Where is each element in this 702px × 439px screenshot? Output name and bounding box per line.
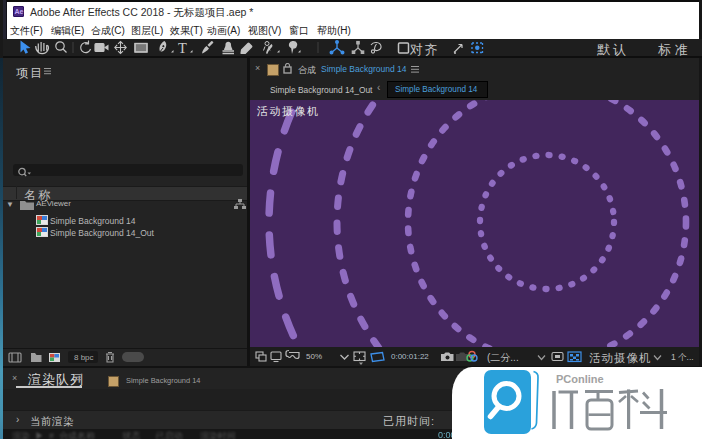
- svg-text:T: T: [178, 40, 187, 56]
